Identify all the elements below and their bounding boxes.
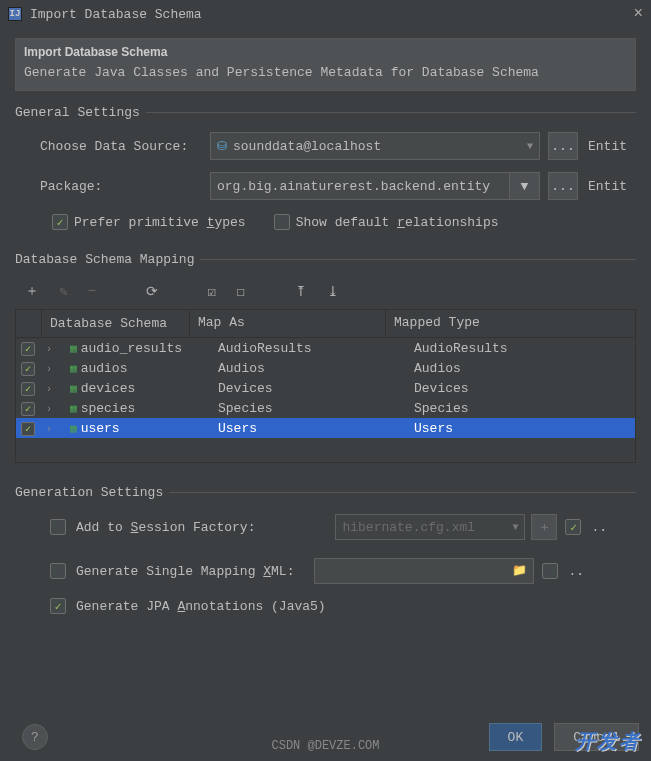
edit-button[interactable]: ✎	[59, 283, 67, 300]
map-as-cell[interactable]: Users	[214, 421, 410, 436]
jpa-checkbox[interactable]	[50, 598, 66, 614]
help-button[interactable]: ?	[22, 724, 48, 750]
row-jpa: Generate JPA Annotations (Java5)	[50, 598, 651, 614]
chevron-down-icon: ▼	[527, 141, 533, 152]
table-icon: ▦	[70, 422, 77, 435]
mapping-toolbar: ＋ ✎ − ⟳ ☑ ☐ ⤒ ⤓	[25, 277, 636, 305]
schema-name: species	[81, 401, 136, 416]
table-icon: ▦	[70, 362, 77, 375]
mapped-type-cell[interactable]: AudioResults	[410, 341, 635, 356]
expand-icon[interactable]: ›	[46, 424, 52, 435]
package-dropdown-button[interactable]: ▼	[510, 172, 540, 200]
expand-icon[interactable]: ›	[46, 344, 52, 355]
package-combo[interactable]: org.big.ainaturerest.backend.entity	[210, 172, 510, 200]
mapped-type-cell[interactable]: Devices	[410, 381, 635, 396]
checkbox-icon	[274, 214, 290, 230]
xml-right-checkbox[interactable]	[542, 563, 558, 579]
mapped-type-cell[interactable]: Audios	[410, 361, 635, 376]
app-icon: IJ	[8, 7, 22, 21]
folder-icon[interactable]: 📁	[512, 563, 527, 578]
section-mapping: Database Schema Mapping	[15, 252, 651, 267]
session-factory-combo[interactable]: hibernate.cfg.xml▼	[335, 514, 525, 540]
table-row[interactable]: ›▦audiosAudiosAudios	[16, 358, 635, 378]
table-row[interactable]: ›▦usersUsersUsers	[16, 418, 635, 438]
show-default-relationships-checkbox[interactable]: Show default relationships	[274, 214, 499, 230]
refresh-button[interactable]: ⟳	[146, 283, 158, 300]
row-checkbox[interactable]	[21, 422, 35, 436]
window-title: Import Database Schema	[30, 7, 202, 22]
entity-label-1: Entit	[588, 139, 627, 154]
row-package: Package: org.big.ainaturerest.backend.en…	[40, 172, 651, 200]
data-source-label: Choose Data Source:	[40, 139, 210, 154]
add-session-checkbox[interactable]	[50, 519, 66, 535]
package-more-button[interactable]: ...	[548, 172, 578, 200]
row-checkbox[interactable]	[21, 362, 35, 376]
expand-icon[interactable]: ›	[46, 404, 52, 415]
ok-button[interactable]: OK	[489, 723, 543, 751]
remove-button[interactable]: −	[87, 283, 95, 299]
col-mapped-type[interactable]: Mapped Type	[386, 310, 635, 337]
map-as-cell[interactable]: Audios	[214, 361, 410, 376]
expand-icon[interactable]: ›	[46, 384, 52, 395]
data-source-more-button[interactable]: ...	[548, 132, 578, 160]
schema-name: audios	[81, 361, 128, 376]
row-add-session: Add to Session Factory: hibernate.cfg.xm…	[50, 514, 651, 540]
table-row[interactable]: ›▦speciesSpeciesSpecies	[16, 398, 635, 418]
mapped-type-cell[interactable]: Users	[410, 421, 635, 436]
schema-table: Database Schema Map As Mapped Type ›▦aud…	[15, 309, 636, 463]
select-all-button[interactable]: ☑	[208, 283, 216, 300]
package-label: Package:	[40, 179, 210, 194]
single-xml-input[interactable]: 📁	[314, 558, 534, 584]
map-as-cell[interactable]: Devices	[214, 381, 410, 396]
title-bar: IJ Import Database Schema ×	[0, 0, 651, 28]
row-single-xml: Generate Single Mapping XML: 📁 ..	[50, 558, 651, 584]
table-header: Database Schema Map As Mapped Type	[16, 310, 635, 338]
expand-all-button[interactable]: ⤒	[295, 283, 307, 300]
table-row[interactable]: ›▦devicesDevicesDevices	[16, 378, 635, 398]
session-right-checkbox[interactable]	[565, 519, 581, 535]
add-button[interactable]: ＋	[25, 282, 39, 300]
map-as-cell[interactable]: AudioResults	[214, 341, 410, 356]
close-icon[interactable]: ×	[633, 5, 643, 23]
row-data-source: Choose Data Source: ⛁ sounddata@localhos…	[40, 132, 651, 160]
data-source-combo[interactable]: ⛁ sounddata@localhost ▼	[210, 132, 540, 160]
dialog-footer: ? OK Cancel	[0, 723, 651, 751]
prefer-primitive-checkbox[interactable]: Prefer primitive types	[52, 214, 246, 230]
collapse-all-button[interactable]: ⤓	[327, 283, 339, 300]
entity-label-2: Entit	[588, 179, 627, 194]
schema-name: users	[81, 421, 120, 436]
table-icon: ▦	[70, 382, 77, 395]
cancel-button[interactable]: Cancel	[554, 723, 639, 751]
section-generation: Generation Settings	[15, 485, 651, 500]
database-icon: ⛁	[217, 139, 227, 154]
col-database-schema[interactable]: Database Schema	[42, 310, 190, 337]
schema-name: devices	[81, 381, 136, 396]
row-checkbox[interactable]	[21, 402, 35, 416]
dialog-subtitle: Generate Java Classes and Persistence Me…	[24, 65, 627, 80]
section-general: General Settings	[15, 105, 651, 120]
row-checkbox[interactable]	[21, 382, 35, 396]
table-icon: ▦	[70, 342, 77, 355]
table-icon: ▦	[70, 402, 77, 415]
schema-name: audio_results	[81, 341, 182, 356]
mapped-type-cell[interactable]: Species	[410, 401, 635, 416]
dialog-header: Import Database Schema Generate Java Cla…	[15, 38, 636, 91]
row-checkbox[interactable]	[21, 342, 35, 356]
expand-icon[interactable]: ›	[46, 364, 52, 375]
deselect-all-button[interactable]: ☐	[236, 283, 244, 300]
checkbox-icon	[52, 214, 68, 230]
single-xml-checkbox[interactable]	[50, 563, 66, 579]
table-row[interactable]: ›▦audio_resultsAudioResultsAudioResults	[16, 338, 635, 358]
dialog-title: Import Database Schema	[24, 45, 627, 59]
map-as-cell[interactable]: Species	[214, 401, 410, 416]
add-session-plus-button[interactable]: ＋	[531, 514, 557, 540]
col-map-as[interactable]: Map As	[190, 310, 386, 337]
